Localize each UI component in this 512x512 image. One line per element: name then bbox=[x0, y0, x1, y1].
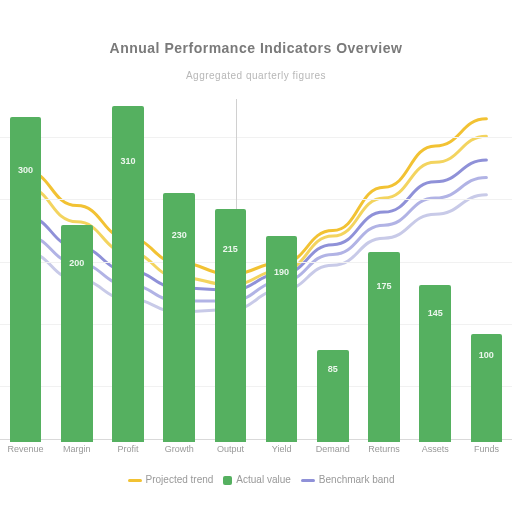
x-tick-label: Revenue bbox=[8, 444, 44, 454]
x-tick-label: Demand bbox=[316, 444, 350, 454]
bar: 175 bbox=[368, 252, 400, 442]
chart-title: Annual Performance Indicators Overview bbox=[0, 40, 512, 56]
legend-swatch bbox=[301, 479, 315, 482]
x-tick-label: Returns bbox=[368, 444, 400, 454]
bar-value-label: 230 bbox=[163, 230, 195, 240]
bar-value-label: 300 bbox=[10, 165, 42, 175]
bar: 85 bbox=[317, 350, 349, 442]
bar-value-label: 145 bbox=[419, 308, 451, 318]
legend-swatch bbox=[223, 476, 232, 485]
bar: 230 bbox=[163, 193, 195, 442]
x-tick-label: Funds bbox=[474, 444, 499, 454]
x-tick-label: Output bbox=[217, 444, 244, 454]
bar: 300 bbox=[10, 117, 42, 442]
bar-value-label: 190 bbox=[266, 267, 298, 277]
x-tick-label: Yield bbox=[272, 444, 292, 454]
bar-value-label: 100 bbox=[471, 350, 503, 360]
x-axis-labels: RevenueMarginProfitGrowthOutputYieldDema… bbox=[0, 444, 512, 468]
bar: 200 bbox=[61, 225, 93, 442]
bar-series: 30020031023021519085175145100 bbox=[0, 95, 512, 442]
bar: 145 bbox=[419, 285, 451, 442]
x-tick-label: Assets bbox=[422, 444, 449, 454]
bar-value-label: 200 bbox=[61, 258, 93, 268]
legend-swatch bbox=[128, 479, 142, 482]
x-tick-label: Growth bbox=[165, 444, 194, 454]
bar-value-label: 175 bbox=[368, 281, 400, 291]
bar: 310 bbox=[112, 106, 144, 442]
bar-value-label: 310 bbox=[112, 156, 144, 166]
x-tick-label: Profit bbox=[117, 444, 138, 454]
bar: 100 bbox=[471, 334, 503, 442]
legend-label: Benchmark band bbox=[319, 474, 395, 485]
bar-value-label: 215 bbox=[215, 244, 247, 254]
bar-value-label: 85 bbox=[317, 364, 349, 374]
chart-container: Annual Performance Indicators Overview A… bbox=[0, 0, 512, 512]
legend-label: Actual value bbox=[236, 474, 290, 485]
plot-area: 30020031023021519085175145100 bbox=[0, 95, 512, 442]
legend-label: Projected trend bbox=[146, 474, 214, 485]
chart-subtitle: Aggregated quarterly figures bbox=[0, 70, 512, 81]
legend: Projected trendActual valueBenchmark ban… bbox=[0, 474, 512, 485]
bar: 215 bbox=[215, 209, 247, 442]
x-tick-label: Margin bbox=[63, 444, 91, 454]
bar: 190 bbox=[266, 236, 298, 442]
